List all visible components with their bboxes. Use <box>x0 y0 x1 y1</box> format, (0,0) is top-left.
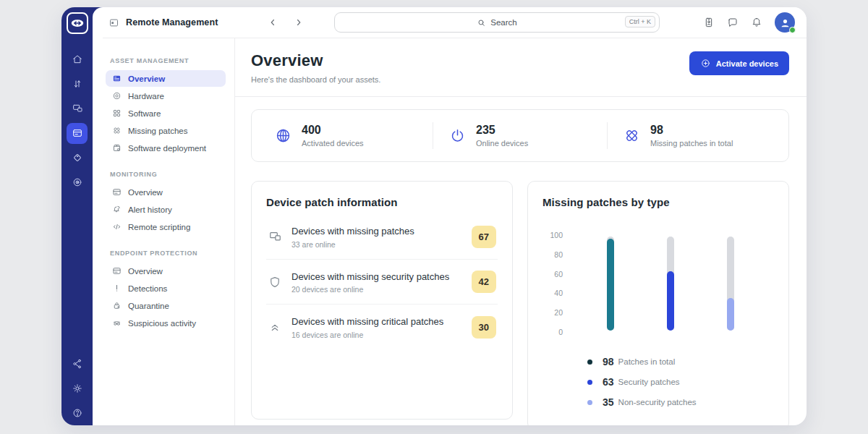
dashboard-icon <box>111 74 122 83</box>
patch-icon <box>624 127 640 144</box>
stats-card: 400 Activated devices 235 Online devices <box>251 109 789 162</box>
search-icon <box>477 18 486 27</box>
devices-icon[interactable] <box>67 98 88 119</box>
app-title: Remote Management <box>126 17 218 27</box>
bar-security <box>667 237 674 331</box>
nav-section-monitoring: MONITORING <box>110 171 226 178</box>
app-title-block: Remote Management <box>109 17 250 28</box>
chat-icon[interactable] <box>727 17 739 28</box>
app-window: Remote Management Search Ctrl + K <box>61 7 807 425</box>
patch-row-missing[interactable]: Devices with missing patches 33 are onli… <box>266 214 498 259</box>
hardware-icon <box>111 91 122 101</box>
patch-icon <box>111 126 122 135</box>
devices-icon <box>268 230 282 244</box>
deployment-box-icon <box>111 143 122 153</box>
bar-non-security <box>727 237 734 331</box>
stat-missing-patches: 98 Missing patches in total <box>607 122 781 149</box>
home-icon[interactable] <box>67 49 88 70</box>
dashboard-icon <box>111 266 122 276</box>
legend-total: 98 Patches in total <box>587 352 774 372</box>
dashboard-icon <box>111 187 122 197</box>
session-transfer-icon[interactable] <box>67 74 88 95</box>
legend-non-security: 35 Non-security patches <box>587 392 774 412</box>
search-input[interactable]: Search Ctrl + K <box>334 12 660 33</box>
exclamation-icon <box>111 284 122 293</box>
search-shortcut-badge: Ctrl + K <box>625 16 655 27</box>
software-grid-icon <box>111 109 122 118</box>
sidebar-item-remote-scripting[interactable]: Remote scripting <box>106 218 226 235</box>
sidebar-item-asset-overview[interactable]: Overview <box>106 70 226 87</box>
main-content: Overview Here's the dashboard of your as… <box>235 38 807 425</box>
card-title: Device patch information <box>266 196 498 208</box>
bar-total <box>607 237 614 331</box>
legend-dot <box>587 400 592 405</box>
back-chevron-icon[interactable] <box>268 17 278 27</box>
chevrons-up-icon <box>268 320 282 333</box>
online-status-dot <box>789 27 796 33</box>
rail-curve <box>93 7 103 41</box>
device-patch-information-card: Device patch information Devices with mi… <box>251 181 513 420</box>
header-divider <box>235 96 807 97</box>
sidebar-item-missing-patches[interactable]: Missing patches <box>106 122 226 139</box>
sidebar-item-quarantine[interactable]: Quarantine <box>106 297 226 314</box>
integrations-icon[interactable] <box>67 354 88 375</box>
panel-icon <box>109 17 119 28</box>
help-icon[interactable] <box>67 403 88 424</box>
patch-row-critical[interactable]: Devices with missing critical patches 16… <box>266 304 498 349</box>
bar-chart: 100 80 60 40 20 0 <box>542 231 774 336</box>
settings-gear-icon[interactable] <box>67 378 88 399</box>
sidebar-item-software-deployment[interactable]: Software deployment <box>106 140 226 156</box>
power-icon <box>449 127 466 144</box>
sidebar-item-hardware[interactable]: Hardware <box>106 88 226 104</box>
notifications-bell-icon[interactable] <box>751 17 762 28</box>
search-placeholder-block: Search <box>477 18 516 27</box>
avatar[interactable] <box>775 12 795 33</box>
app-rail <box>61 7 93 425</box>
tags-icon[interactable] <box>67 148 88 169</box>
user-icon <box>779 17 791 29</box>
forward-chevron-icon[interactable] <box>294 17 304 27</box>
sidebar-item-software[interactable]: Software <box>106 105 226 122</box>
chart-legend: 98 Patches in total 63 Security patches … <box>587 352 774 412</box>
stat-activated-devices: 400 Activated devices <box>259 122 433 149</box>
count-badge: 67 <box>472 226 496 248</box>
quarantine-lock-icon <box>111 301 122 310</box>
code-icon <box>111 222 122 231</box>
sidebar-item-suspicious-activity[interactable]: Suspicious activity <box>106 315 226 331</box>
stat-online-devices: 235 Online devices <box>433 122 607 149</box>
sidebar-item-monitoring-overview[interactable]: Overview <box>106 184 226 200</box>
remote-management-icon[interactable] <box>67 123 88 144</box>
sidebar-item-detections[interactable]: Detections <box>106 280 226 297</box>
missing-patches-chart-card: Missing patches by type 100 80 60 40 20 … <box>527 181 789 425</box>
count-badge: 30 <box>472 316 496 339</box>
legend-security: 63 Security patches <box>587 372 774 392</box>
plus-circle-icon <box>700 58 711 69</box>
search-placeholder: Search <box>490 18 516 27</box>
legend-dot <box>587 380 592 385</box>
sidebar-item-endpoint-overview[interactable]: Overview <box>106 263 226 279</box>
activate-devices-button[interactable]: Activate devices <box>689 51 789 75</box>
suspicious-eye-icon <box>111 318 122 328</box>
card-title: Missing patches by type <box>542 196 774 208</box>
device-authentication-icon[interactable] <box>703 17 715 28</box>
nav-panel: ASSET MANAGEMENT Overview Hardware Softw… <box>93 38 235 425</box>
y-axis: 100 80 60 40 20 0 <box>544 231 567 336</box>
teamviewer-logo-icon <box>67 12 88 34</box>
patch-row-security[interactable]: Devices with missing security patches 20… <box>266 259 498 305</box>
globe-grid-icon <box>275 127 292 144</box>
nav-section-asset-management: ASSET MANAGEMENT <box>110 57 226 64</box>
count-badge: 42 <box>472 271 496 293</box>
page-subtitle: Here's the dashboard of your assets. <box>251 75 380 84</box>
legend-dot <box>587 359 592 365</box>
monitoring-icon[interactable] <box>67 172 88 193</box>
alert-bell-icon <box>111 205 122 214</box>
shield-icon <box>268 276 282 289</box>
page-title: Overview <box>251 51 380 70</box>
sidebar-item-alert-history[interactable]: Alert history <box>106 201 226 218</box>
nav-section-endpoint-protection: ENDPOINT PROTECTION <box>110 250 226 257</box>
topbar: Remote Management Search Ctrl + K <box>93 7 807 38</box>
